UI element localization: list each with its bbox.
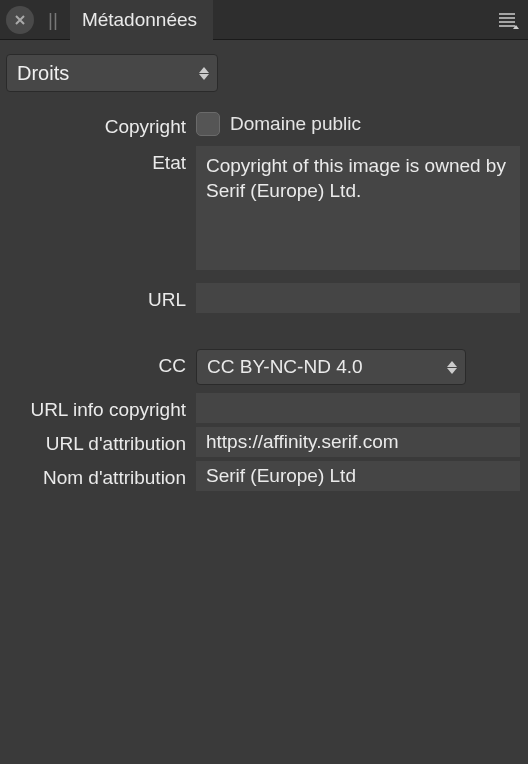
section-dropdown-value: Droits	[17, 62, 199, 85]
close-button[interactable]	[6, 6, 34, 34]
cc-dropdown-value: CC BY-NC-ND 4.0	[207, 356, 447, 378]
copyright-info-url-label: URL info copyright	[8, 393, 196, 421]
state-textarea[interactable]	[196, 146, 520, 270]
tab-metadata[interactable]: Métadonnées	[70, 0, 213, 40]
tab-label: Métadonnées	[82, 9, 197, 31]
url-label: URL	[8, 283, 196, 311]
stepper-arrows-icon	[199, 67, 209, 80]
row-url: URL	[8, 283, 520, 313]
panel-menu-button[interactable]	[494, 6, 522, 34]
row-attribution-name: Nom d'attribution	[8, 461, 520, 491]
attribution-name-label: Nom d'attribution	[8, 461, 196, 489]
public-domain-checkbox[interactable]	[196, 112, 220, 136]
close-icon	[13, 13, 27, 27]
section-dropdown[interactable]: Droits	[6, 54, 218, 92]
attribution-url-label: URL d'attribution	[8, 427, 196, 455]
row-state: Etat	[8, 146, 520, 275]
attribution-url-input[interactable]	[196, 427, 520, 457]
panel-header: || Métadonnées	[0, 0, 528, 40]
menu-lines-icon	[497, 9, 519, 31]
copyright-info-url-input[interactable]	[196, 393, 520, 423]
copyright-label: Copyright	[8, 110, 196, 138]
row-copyright-info-url: URL info copyright	[8, 393, 520, 423]
stepper-arrows-icon	[447, 361, 457, 374]
cc-label: CC	[8, 349, 196, 377]
section-selector-row: Droits	[0, 40, 528, 100]
state-label: Etat	[8, 146, 196, 174]
url-input[interactable]	[196, 283, 520, 313]
attribution-name-input[interactable]	[196, 461, 520, 491]
row-copyright: Copyright Domaine public	[8, 110, 520, 138]
cc-dropdown[interactable]: CC BY-NC-ND 4.0	[196, 349, 466, 385]
separator: ||	[48, 9, 58, 31]
row-attribution-url: URL d'attribution	[8, 427, 520, 457]
row-cc: CC CC BY-NC-ND 4.0	[8, 349, 520, 385]
public-domain-label: Domaine public	[230, 113, 361, 135]
form-area: Copyright Domaine public Etat URL CC CC …	[0, 100, 528, 507]
